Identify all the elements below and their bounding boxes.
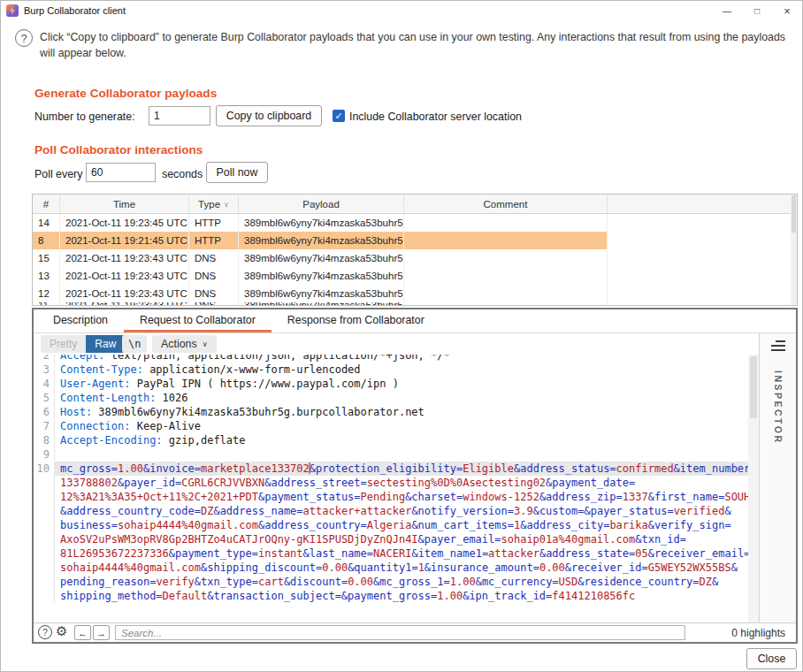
line-number [34,575,55,589]
table-scrollbar[interactable] [791,195,797,305]
inspector-menu-icon[interactable] [771,340,785,351]
line-number: 6 [34,405,55,419]
line-number [34,561,55,575]
copy-to-clipboard-button[interactable]: Copy to clipboard [216,105,322,126]
help-question-icon: ? [15,29,33,47]
line-number: 8 [34,433,55,447]
row-filler [608,232,797,249]
editor-line: 6Host: 389mbl6w6yny7ki4mzaska53buhr5g.bu… [34,405,759,419]
tab-description[interactable]: Description [37,309,124,332]
editor-scrollbar[interactable] [748,355,759,622]
line-number: 5 [34,391,55,405]
cell-comment [404,214,608,232]
editor-line: 5Content-Length: 1026 [34,391,759,405]
editor-toolbar: Pretty Raw \n Actions ∨ [34,333,759,355]
cell-num: 13 [33,267,60,285]
help-text: Click “Copy to clipboard” to generate Bu… [40,29,792,61]
cell-num: 14 [33,214,60,232]
search-input[interactable]: Search... [115,625,685,640]
row-filler [608,267,797,285]
request-editor[interactable]: 2Accept: text/plain, application/json, a… [34,355,759,622]
cell-comment [404,285,608,302]
cell-comment [404,302,608,306]
cell-num: 12 [33,285,60,302]
line-number: 3 [34,363,55,377]
table-row[interactable]: 112021-Oct-11 19:23:43 UTCDNS389mbl6w6yn… [33,302,797,306]
line-number [34,532,55,546]
line-content: pending_reason=verify&txn_type=cart&disc… [55,575,759,589]
row-filler [608,249,797,267]
line-content: business=sohaip4444%40gmail.com&address_… [55,518,759,532]
actions-button[interactable]: Actions ∨ [152,335,217,353]
search-next-button[interactable]: → [93,625,110,640]
raw-button[interactable]: Raw [86,335,125,353]
newline-toggle-button[interactable]: \n [122,335,147,353]
window-controls: — □ × [712,1,802,20]
cell-num: 15 [33,249,60,267]
editor-line: pending_reason=verify&txn_type=cart&disc… [34,575,759,589]
table-row[interactable]: 132021-Oct-11 19:23:43 UTCDNS389mbl6w6yn… [33,267,797,285]
column-header-time[interactable]: Time [60,195,189,213]
poll-heading: Poll Collaborator interactions [34,143,203,157]
poll-now-button[interactable]: Poll now [206,162,268,183]
editor-line: 9 [34,447,759,462]
column-header-type[interactable]: Type∨ [189,195,239,213]
maximize-button[interactable]: □ [742,1,772,20]
search-settings-gear-icon[interactable]: ⚙ [56,623,67,639]
interactions-table: # Time Type∨ Payload Comment 142021-Oct-… [32,194,798,306]
minimize-button[interactable]: — [712,1,742,20]
search-help-icon[interactable]: ? [38,625,52,639]
cell-comment [404,249,608,267]
burp-logo-icon [6,4,19,17]
titlebar: Burp Collaborator client — □ × [1,1,802,20]
tab-response-from-collaborator[interactable]: Response from Collaborator [271,309,440,332]
close-button[interactable]: Close [746,648,797,669]
line-number [34,476,55,490]
chevron-down-icon: ∨ [203,340,208,348]
pretty-button[interactable]: Pretty [41,335,86,353]
checkbox-check-icon: ✓ [334,111,342,121]
cell-type: DNS [189,267,239,285]
close-window-button[interactable]: × [772,1,802,20]
editor-search-bar: ? ⚙ ← → Search... 0 highlights [34,622,796,642]
editor-line: 2Accept: text/plain, application/json, a… [34,355,759,363]
cell-time: 2021-Oct-11 19:21:45 UTC [60,232,189,249]
search-prev-button[interactable]: ← [74,625,91,640]
line-number: 10 [34,462,55,476]
line-content: &address_country_code=DZ&address_name=at… [55,504,759,518]
editor-line: business=sohaip4444%40gmail.com&address_… [34,518,759,532]
table-row[interactable]: 82021-Oct-11 19:21:45 UTCHTTP389mbl6w6yn… [33,232,797,249]
line-content: User-Agent: PayPal IPN ( https://www.pay… [55,377,759,391]
line-content: sohaip4444%40gmail.com&shipping_discount… [55,561,759,575]
column-header-payload[interactable]: Payload [239,195,404,213]
include-server-location-checkbox[interactable]: ✓ [333,110,345,122]
cell-payload: 389mbl6w6yny7ki4mzaska53buhr5g [239,267,404,285]
cell-comment [404,232,608,249]
cell-time: 2021-Oct-11 19:23:43 UTC [60,267,189,285]
table-scrollbar-thumb[interactable] [792,195,796,233]
table-row[interactable]: 152021-Oct-11 19:23:43 UTCDNS389mbl6w6yn… [33,249,797,267]
number-to-generate-input[interactable]: 1 [149,106,210,126]
editor-line: 7Connection: Keep-Alive [34,419,759,433]
line-number [34,518,55,532]
cell-type: HTTP [189,232,239,249]
editor-scrollbar-thumb[interactable] [750,356,757,418]
line-number: 7 [34,419,55,433]
window-title: Burp Collaborator client [24,5,126,16]
line-content: 81L26953672237336&payment_type=instant&l… [55,546,759,561]
editor-line: 3Content-Type: application/x-www-form-ur… [34,363,759,377]
tab-request-to-collaborator[interactable]: Request to Collaborator [124,309,271,332]
table-row[interactable]: 142021-Oct-11 19:23:45 UTCHTTP389mbl6w6y… [33,214,797,232]
row-filler [608,302,797,306]
table-body: 142021-Oct-11 19:23:45 UTCHTTP389mbl6w6y… [33,214,797,306]
inspector-rail[interactable]: INSPECTOR [759,333,796,622]
line-number [34,546,55,561]
poll-interval-input[interactable]: 60 [86,163,156,182]
line-number: 9 [34,447,55,462]
column-header-comment[interactable]: Comment [404,195,608,213]
detail-panel: DescriptionRequest to CollaboratorRespon… [32,308,798,644]
cell-time: 2021-Oct-11 19:23:43 UTC [60,285,189,302]
column-header-num[interactable]: # [33,195,60,213]
table-row[interactable]: 122021-Oct-11 19:23:43 UTCDNS389mbl6w6yn… [33,285,797,302]
detail-tabs: DescriptionRequest to CollaboratorRespon… [34,309,796,333]
